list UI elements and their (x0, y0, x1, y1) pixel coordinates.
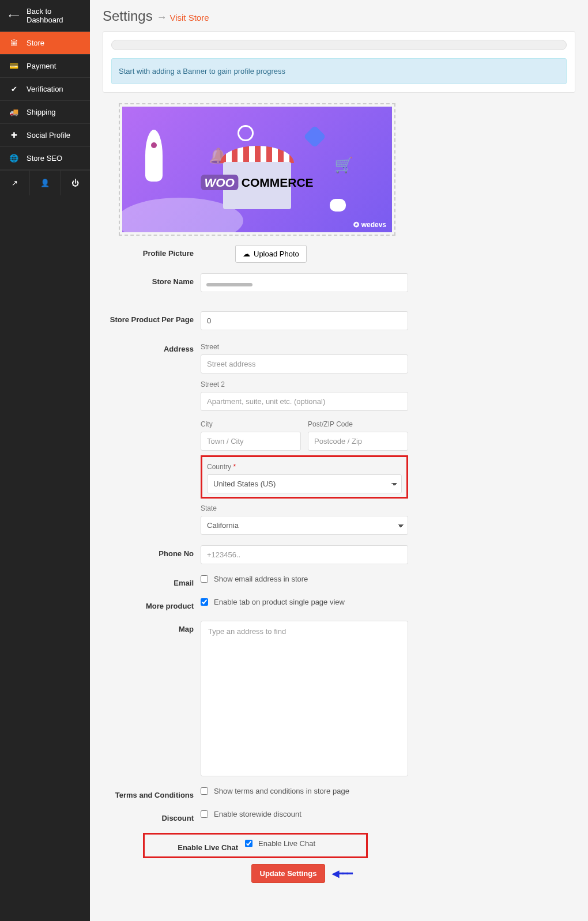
more-product-label: More product (103, 598, 201, 610)
nav-label: Back to Dashboard (27, 7, 81, 24)
sidebar: ⟵ Back to Dashboard 🏛 Store 💳 Payment ✔ … (0, 0, 90, 921)
arrow-left-icon: ⟵ (9, 12, 18, 20)
street2-input[interactable] (201, 392, 408, 411)
livechat-chk-label: Enable Live Chat (258, 839, 315, 848)
street2-label: Street 2 (201, 380, 408, 388)
banner-upload-area[interactable]: 🔔 WOO COMMERCE 🛒 ✪ wedevs (119, 103, 395, 236)
nav-back-dashboard[interactable]: ⟵ Back to Dashboard (0, 0, 90, 32)
map-label: Map (103, 621, 201, 633)
check-icon: ✔ (9, 85, 18, 93)
products-per-page-input[interactable] (201, 311, 408, 330)
products-per-page-label: Store Product Per Page (103, 311, 201, 324)
livechat-highlight-box: Enable Live Chat Enable Live Chat (143, 833, 368, 858)
truck-icon: 🚚 (9, 108, 18, 116)
cloud-upload-icon: ☁ (243, 250, 250, 258)
address-label: Address (103, 341, 201, 353)
country-select[interactable]: United States (US) (207, 474, 402, 493)
state-select[interactable]: California (201, 516, 408, 535)
zip-label: Post/ZIP Code (308, 420, 408, 428)
terms-chk-label: Show terms and conditions in store page (214, 787, 349, 795)
nav-social[interactable]: ✚ Social Profile (0, 124, 90, 147)
street-label: Street (201, 343, 408, 351)
city-label: City (201, 420, 301, 428)
globe-icon: 🌐 (9, 154, 18, 163)
terms-label: Terms and Conditions (103, 787, 201, 799)
country-label: Country (207, 463, 231, 471)
country-highlight-box: Country * United States (US) (201, 455, 408, 499)
nav-label: Verification (27, 85, 63, 93)
nav-label: Store SEO (27, 154, 62, 163)
email-chk-label: Show email address in store (214, 575, 308, 583)
card-icon: 💳 (9, 62, 18, 70)
more-product-checkbox[interactable] (201, 598, 208, 606)
map-search-box[interactable]: Type an address to find (201, 621, 408, 776)
phone-label: Phone No (103, 545, 201, 558)
livechat-checkbox[interactable] (245, 840, 252, 847)
terms-checkbox[interactable] (201, 787, 208, 795)
email-checkbox[interactable] (201, 575, 208, 583)
nav-label: Social Profile (27, 131, 70, 139)
upload-photo-button[interactable]: ☁ Upload Photo (235, 245, 307, 263)
power-icon[interactable]: ⏻ (61, 171, 90, 195)
zip-input[interactable] (308, 432, 408, 451)
bottom-icons: ↗ 👤 ⏻ (0, 170, 90, 195)
banner-preview: 🔔 WOO COMMERCE 🛒 ✪ wedevs (122, 107, 392, 232)
phone-input[interactable] (201, 545, 408, 564)
page-title: Settings → Visit Store (103, 8, 575, 24)
city-input[interactable] (201, 432, 301, 451)
livechat-label: Enable Live Chat (147, 839, 245, 852)
more-product-chk-label: Enable tab on product single page view (214, 598, 345, 606)
alert-card: Start with adding a Banner to gain profi… (103, 31, 575, 93)
profile-picture-label: Profile Picture (103, 245, 201, 258)
nav-label: Shipping (27, 108, 56, 116)
progress-bar (111, 40, 567, 50)
state-label: State (201, 504, 408, 512)
arrow-right-icon: → (156, 12, 169, 23)
arrow-indicator-icon: ◀━━━ (332, 868, 352, 879)
discount-label: Discount (103, 810, 201, 822)
nav-store[interactable]: 🏛 Store (0, 32, 90, 55)
store-name-label: Store Name (103, 273, 201, 286)
nav-shipping[interactable]: 🚚 Shipping (0, 101, 90, 124)
user-icon[interactable]: 👤 (30, 171, 60, 195)
visit-store-link[interactable]: Visit Store (169, 13, 209, 22)
brand-watermark: ✪ wedevs (353, 221, 386, 229)
email-label: Email (103, 575, 201, 587)
bank-icon: 🏛 (9, 39, 18, 47)
info-alert: Start with adding a Banner to gain profi… (111, 58, 567, 84)
nav-label: Store (27, 39, 44, 47)
update-settings-button[interactable]: Update Settings (251, 864, 326, 883)
discount-chk-label: Enable storewide discount (214, 810, 301, 818)
share-icon: ✚ (9, 131, 18, 139)
nav-label: Payment (27, 62, 56, 70)
nav-payment[interactable]: 💳 Payment (0, 55, 90, 78)
nav-seo[interactable]: 🌐 Store SEO (0, 147, 90, 170)
street-input[interactable] (201, 354, 408, 373)
discount-checkbox[interactable] (201, 810, 208, 818)
nav-verification[interactable]: ✔ Verification (0, 78, 90, 101)
external-link-icon[interactable]: ↗ (0, 171, 30, 195)
main-content: Settings → Visit Store Start with adding… (90, 0, 588, 921)
